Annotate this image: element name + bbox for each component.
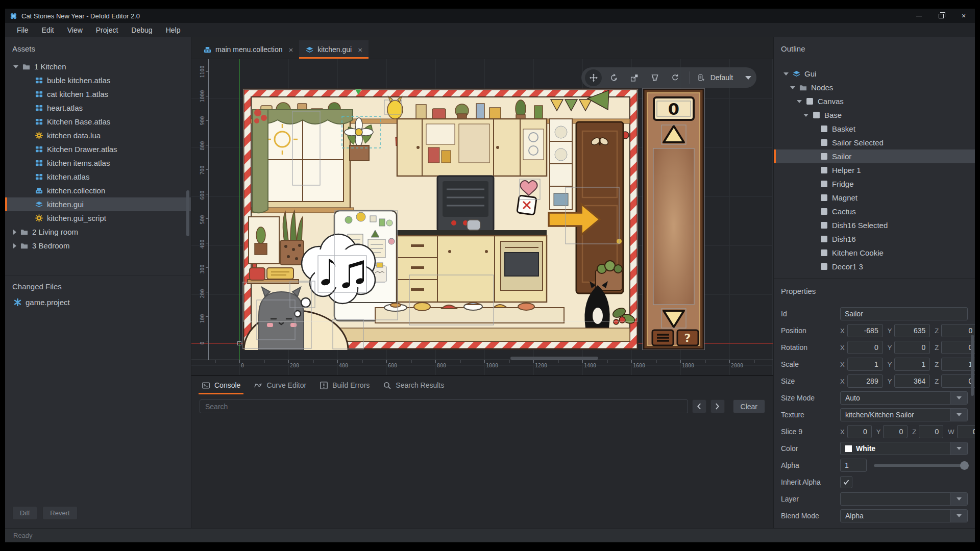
outline-node-sailor-selected[interactable]: Sailor Selected — [774, 136, 975, 149]
console-tab-build-errors[interactable]: Build Errors — [316, 376, 373, 394]
outline-node-nodes[interactable]: Nodes — [774, 81, 975, 94]
prop-dropdown-color[interactable]: White — [840, 442, 968, 455]
prop-input-rotation-x[interactable] — [847, 341, 883, 354]
clear-button[interactable]: Clear — [733, 399, 765, 413]
asset-item-1-kitchen[interactable]: 1 Kitchen — [5, 60, 191, 73]
asset-item-kitchen-collection[interactable]: kitchen.collection — [5, 184, 191, 197]
outline-node-magnet[interactable]: Magnet — [774, 191, 975, 205]
asset-item-buble-kitchen-atlas[interactable]: buble kitchen.atlas — [5, 73, 191, 87]
prop-input-size-y[interactable] — [894, 374, 930, 388]
prop-input-size-z[interactable] — [941, 374, 975, 388]
revert-button[interactable]: Revert — [42, 506, 77, 520]
asset-item-kitchen-gui-script[interactable]: kitchen.gui_script — [5, 211, 191, 225]
scene-canvas[interactable]: 0 ? — [191, 59, 773, 375]
diff-button[interactable]: Diff — [12, 506, 37, 520]
prop-input-scale-y[interactable] — [894, 358, 930, 371]
prop-input-scale-x[interactable] — [847, 358, 883, 371]
scale-tool-button[interactable] — [624, 69, 645, 86]
prop-input-position-z[interactable] — [941, 324, 975, 337]
prop-input-position-y[interactable] — [894, 324, 930, 337]
maximize-button[interactable] — [930, 9, 952, 23]
outline-node-dish16[interactable]: Dish16 — [774, 232, 975, 246]
chevron-right-icon[interactable] — [13, 243, 16, 248]
chevron-down-icon[interactable] — [783, 72, 789, 76]
frustum-tool-button[interactable] — [645, 69, 665, 86]
search-next-button[interactable] — [710, 399, 725, 413]
prop-input-rotation-z[interactable] — [941, 341, 975, 354]
asset-item-kitchen-gui[interactable]: kitchen.gui — [5, 197, 191, 211]
prop-input-position-x[interactable] — [847, 324, 883, 337]
menu-debug[interactable]: Debug — [125, 23, 159, 37]
prop-checkbox-inherit-alpha[interactable] — [840, 476, 852, 488]
asset-item-cat-kitchen-1-atlas[interactable]: cat kitchen 1.atlas — [5, 87, 191, 101]
menu-help[interactable]: Help — [159, 23, 187, 37]
chevron-down-icon[interactable] — [790, 86, 795, 89]
close-tab-icon[interactable]: × — [358, 45, 362, 54]
close-button[interactable]: × — [952, 9, 975, 23]
prop-input-id[interactable] — [840, 307, 968, 320]
chevron-down-icon[interactable] — [797, 100, 802, 103]
asset-item-2-living-room[interactable]: 2 Living room — [5, 225, 191, 239]
asset-item-kitchen-data-lua[interactable]: kitchen data.lua — [5, 129, 191, 142]
console-tab-search-results[interactable]: Search Results — [380, 376, 447, 394]
properties-scrollbar[interactable] — [971, 335, 974, 396]
console-search-input[interactable] — [200, 399, 688, 413]
asset-item-kitchen-items-atlas[interactable]: kitchen items.atlas — [5, 156, 191, 170]
minimize-button[interactable] — [908, 9, 930, 23]
prop-input-scale-z[interactable] — [941, 358, 975, 371]
close-tab-icon[interactable]: × — [289, 45, 293, 54]
prop-input-size-x[interactable] — [847, 374, 883, 388]
asset-item-kitchen-drawer-atlas[interactable]: Kitchen Drawer.atlas — [5, 142, 191, 156]
tab-main-menu-collection[interactable]: main menu.collection× — [197, 40, 299, 59]
device-selector[interactable]: Default — [694, 73, 751, 82]
outline-node-fridge[interactable]: Fridge — [774, 177, 975, 191]
prop-dropdown-texture[interactable]: kitchen/Kitchen Sailor — [840, 408, 968, 421]
chevron-down-icon[interactable] — [13, 65, 18, 68]
menu-project[interactable]: Project — [89, 23, 125, 37]
outline-node-gui[interactable]: Gui — [774, 67, 975, 81]
outline-node-canvas[interactable]: Canvas — [774, 94, 975, 108]
prop-input-rotation-y[interactable] — [894, 341, 930, 354]
chevron-down-icon[interactable] — [803, 114, 808, 117]
changed-file-game-project[interactable]: game.project — [5, 295, 191, 309]
prop-input-slice-9-y[interactable] — [883, 425, 908, 438]
outline-node-base[interactable]: Base — [774, 108, 975, 122]
move-tool-button[interactable] — [583, 69, 604, 86]
asset-item-3-bedroom[interactable]: 3 Bedroom — [5, 239, 191, 253]
assets-scrollbar[interactable] — [186, 190, 189, 236]
console-tab-console[interactable]: Console — [199, 376, 243, 394]
menu-file[interactable]: File — [10, 23, 35, 37]
outline-node-clipped[interactable] — [774, 273, 975, 277]
console-tab-curve-editor[interactable]: Curve Editor — [251, 376, 309, 394]
prop-input-alpha[interactable] — [840, 459, 867, 472]
outline-node-kitchen-cookie[interactable]: Kitchen Cookie — [774, 246, 975, 260]
outline-node-basket[interactable]: Basket — [774, 122, 975, 136]
canvas-horizontal-scrollbar[interactable] — [510, 357, 598, 360]
outline-node-decor1-3[interactable]: Decor1 3 — [774, 260, 975, 273]
outline-node-sailor[interactable]: Sailor — [774, 149, 975, 163]
menu-edit[interactable]: Edit — [35, 23, 61, 37]
chevron-right-icon[interactable] — [13, 230, 16, 235]
menu-view[interactable]: View — [61, 23, 89, 37]
outline-node-helper-1[interactable]: Helper 1 — [774, 163, 975, 177]
prop-input-slice-9-x[interactable] — [847, 425, 872, 438]
outline-node-dish16-selected[interactable]: Dish16 Selected — [774, 218, 975, 232]
refresh-tool-button[interactable] — [665, 69, 685, 86]
prop-input-slice-9-z[interactable] — [919, 425, 943, 438]
search-prev-button[interactable] — [692, 399, 706, 413]
prop-dropdown-layer[interactable] — [840, 492, 968, 506]
prop-dropdown-size-mode[interactable]: Auto — [840, 391, 968, 405]
alpha-sl[interactable] — [874, 464, 968, 467]
tab-kitchen-gui[interactable]: kitchen.gui× — [299, 40, 369, 59]
rotate-tool-button[interactable] — [604, 69, 624, 86]
prop-input-slice-9-w[interactable] — [957, 425, 975, 438]
gear-icon — [35, 214, 43, 222]
prop-dropdown-blend-mode[interactable]: Alpha — [840, 509, 968, 522]
asset-item-kitchen-base-atlas[interactable]: Kitchen Base.atlas — [5, 115, 191, 129]
scene-viewport[interactable]: 0 ? — [242, 88, 705, 350]
alpha-slider-knob[interactable] — [960, 461, 969, 470]
device-icon — [697, 73, 705, 82]
asset-item-kitchen-atlas[interactable]: kitchen.atlas — [5, 170, 191, 184]
asset-item-heart-atlas[interactable]: heart.atlas — [5, 101, 191, 115]
outline-node-cactus[interactable]: Cactus — [774, 205, 975, 218]
